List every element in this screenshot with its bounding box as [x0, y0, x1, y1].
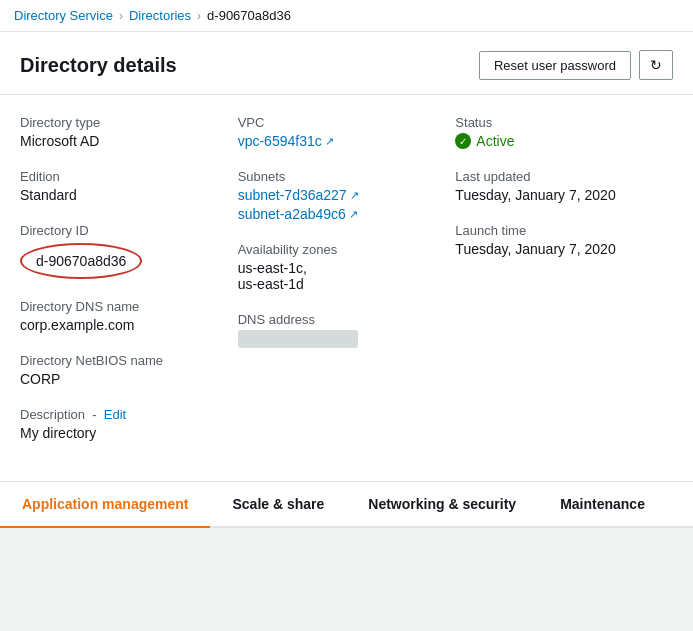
- directory-id-group: Directory ID d-90670a8d36: [20, 223, 218, 279]
- header-actions: Reset user password ↻: [479, 50, 673, 80]
- tab-networking-security[interactable]: Networking & security: [346, 482, 538, 528]
- directory-dns-group: Directory DNS name corp.example.com: [20, 299, 218, 333]
- vpc-value: vpc-6594f31c ↗: [238, 133, 436, 149]
- directory-dns-label: Directory DNS name: [20, 299, 218, 314]
- last-updated-label: Last updated: [455, 169, 653, 184]
- directory-type-value: Microsoft AD: [20, 133, 218, 149]
- edition-label: Edition: [20, 169, 218, 184]
- description-group: Description - Edit My directory: [20, 407, 218, 441]
- dns-address-group: DNS address: [238, 312, 436, 348]
- availability-zones-label: Availability zones: [238, 242, 436, 257]
- subnets-group: Subnets subnet-7d36a227 ↗ subnet-a2ab49c…: [238, 169, 436, 222]
- dns-address-value: [238, 330, 358, 348]
- vpc-group: VPC vpc-6594f31c ↗: [238, 115, 436, 149]
- subnet1-link[interactable]: subnet-7d36a227 ↗: [238, 187, 359, 203]
- directory-id-value: d-90670a8d36: [36, 253, 126, 269]
- availability-zones-group: Availability zones us-east-1c, us-east-1…: [238, 242, 436, 292]
- status-group: Status ✓ Active: [455, 115, 653, 149]
- main-content: Directory details Reset user password ↻ …: [0, 32, 693, 528]
- launch-time-group: Launch time Tuesday, January 7, 2020: [455, 223, 653, 257]
- external-link-icon: ↗: [325, 135, 334, 148]
- external-link-icon-3: ↗: [349, 208, 358, 221]
- edition-group: Edition Standard: [20, 169, 218, 203]
- directory-type-label: Directory type: [20, 115, 218, 130]
- description-value: My directory: [20, 425, 218, 441]
- launch-time-value: Tuesday, January 7, 2020: [455, 241, 653, 257]
- breadcrumb-current: d-90670a8d36: [207, 8, 291, 23]
- directory-id-circle: d-90670a8d36: [20, 243, 142, 279]
- dns-address-label: DNS address: [238, 312, 436, 327]
- tab-application-management[interactable]: Application management: [0, 482, 210, 528]
- breadcrumb-directory-service[interactable]: Directory Service: [14, 8, 113, 23]
- page-header: Directory details Reset user password ↻: [0, 32, 693, 95]
- status-label: Status: [455, 115, 653, 130]
- refresh-icon: ↻: [650, 57, 662, 73]
- subnets-label: Subnets: [238, 169, 436, 184]
- launch-time-label: Launch time: [455, 223, 653, 238]
- external-link-icon-2: ↗: [350, 189, 359, 202]
- netbios-value: CORP: [20, 371, 218, 387]
- page-title: Directory details: [20, 54, 177, 77]
- tab-maintenance[interactable]: Maintenance: [538, 482, 667, 528]
- status-active-icon: ✓: [455, 133, 471, 149]
- subnet2-link[interactable]: subnet-a2ab49c6 ↗: [238, 206, 358, 222]
- description-label: Description - Edit: [20, 407, 218, 422]
- vpc-link[interactable]: vpc-6594f31c ↗: [238, 133, 334, 149]
- edition-value: Standard: [20, 187, 218, 203]
- vpc-label: VPC: [238, 115, 436, 130]
- tab-scale-share[interactable]: Scale & share: [210, 482, 346, 528]
- breadcrumb-sep-2: ›: [197, 9, 201, 23]
- last-updated-group: Last updated Tuesday, January 7, 2020: [455, 169, 653, 203]
- last-updated-value: Tuesday, January 7, 2020: [455, 187, 653, 203]
- breadcrumb-directories[interactable]: Directories: [129, 8, 191, 23]
- netbios-group: Directory NetBIOS name CORP: [20, 353, 218, 387]
- subnet2-value: subnet-a2ab49c6 ↗: [238, 206, 436, 222]
- details-section: Directory type Microsoft AD Edition Stan…: [0, 95, 693, 481]
- status-value: ✓ Active: [455, 133, 653, 149]
- breadcrumb: Directory Service › Directories › d-9067…: [0, 0, 693, 32]
- reset-password-button[interactable]: Reset user password: [479, 51, 631, 80]
- details-col-3: Status ✓ Active Last updated Tuesday, Ja…: [455, 115, 673, 461]
- details-col-1: Directory type Microsoft AD Edition Stan…: [20, 115, 238, 461]
- details-col-2: VPC vpc-6594f31c ↗ Subnets subnet-7d36a2…: [238, 115, 456, 461]
- availability-zones-value: us-east-1c, us-east-1d: [238, 260, 436, 292]
- directory-id-label: Directory ID: [20, 223, 218, 238]
- directory-type-group: Directory type Microsoft AD: [20, 115, 218, 149]
- breadcrumb-sep-1: ›: [119, 9, 123, 23]
- description-edit-link[interactable]: Edit: [104, 407, 126, 422]
- directory-dns-value: corp.example.com: [20, 317, 218, 333]
- refresh-button[interactable]: ↻: [639, 50, 673, 80]
- tabs-bar: Application management Scale & share Net…: [0, 482, 693, 528]
- subnet1-value: subnet-7d36a227 ↗: [238, 187, 436, 203]
- netbios-label: Directory NetBIOS name: [20, 353, 218, 368]
